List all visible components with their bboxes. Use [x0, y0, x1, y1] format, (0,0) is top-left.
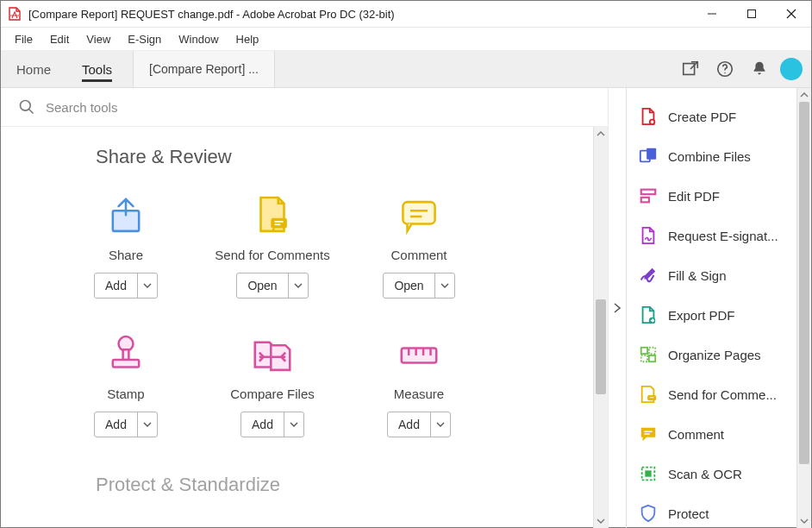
- titlebar: [Compare Report] REQUEST change.pdf - Ad…: [1, 1, 811, 28]
- menubar: File Edit View E-Sign Window Help: [1, 28, 811, 51]
- menu-esign[interactable]: E-Sign: [121, 30, 168, 48]
- menu-view[interactable]: View: [79, 30, 117, 48]
- minimize-button[interactable]: [692, 1, 732, 27]
- rp-send-for-comments[interactable]: Send for Comme...: [627, 374, 796, 414]
- tool-action-split: Add: [240, 412, 304, 437]
- tool-stamp[interactable]: Stamp Add: [53, 324, 199, 448]
- rp-label: Comment: [668, 427, 724, 442]
- export-pdf-icon: [639, 305, 658, 324]
- tool-action[interactable]: Add: [95, 412, 137, 437]
- svg-rect-10: [271, 218, 287, 229]
- svg-line-8: [29, 110, 34, 114]
- fill-sign-icon: [639, 266, 658, 285]
- section-protect-title: Protect & Standardize: [96, 474, 576, 496]
- rightpanel-scrollbar[interactable]: [796, 88, 811, 528]
- tool-action[interactable]: Open: [384, 273, 434, 298]
- scroll-thumb[interactable]: [596, 299, 606, 394]
- tool-comment[interactable]: Comment Open: [346, 185, 492, 309]
- svg-rect-26: [646, 148, 656, 160]
- send-for-comments-icon: [248, 192, 297, 241]
- tool-share[interactable]: Share Add: [53, 185, 199, 309]
- edit-pdf-icon: [639, 186, 658, 205]
- tool-label: Comment: [390, 248, 447, 262]
- tool-action-menu[interactable]: [284, 412, 303, 437]
- menu-edit[interactable]: Edit: [43, 30, 76, 48]
- tool-send-for-comments[interactable]: Send for Comments Open: [199, 185, 346, 309]
- rp-fill-sign[interactable]: Fill & Sign: [627, 255, 796, 295]
- rp-export-pdf[interactable]: Export PDF: [627, 295, 796, 335]
- maximize-button[interactable]: [732, 1, 771, 27]
- right-panel: Create PDF Combine Files Edit PDF Reques…: [626, 88, 811, 528]
- share-link-icon[interactable]: [673, 51, 708, 87]
- scroll-thumb[interactable]: [799, 102, 809, 464]
- tab-home[interactable]: Home: [1, 51, 66, 87]
- help-icon[interactable]: [708, 51, 742, 87]
- panel-toggle[interactable]: [608, 88, 626, 528]
- scroll-up-icon[interactable]: [594, 127, 608, 141]
- tool-action-menu[interactable]: [430, 412, 450, 437]
- tool-action[interactable]: Open: [237, 273, 287, 298]
- tool-label: Share: [109, 248, 143, 262]
- rp-scan-ocr[interactable]: Scan & OCR: [627, 454, 796, 493]
- notifications-icon[interactable]: [742, 51, 777, 87]
- tool-action-split: Add: [94, 412, 158, 437]
- menu-window[interactable]: Window: [172, 30, 225, 48]
- rp-request-esign[interactable]: Request E-signat...: [627, 216, 796, 255]
- tool-action-menu[interactable]: [434, 273, 454, 298]
- search-icon: [18, 98, 35, 116]
- tool-action[interactable]: Add: [241, 412, 284, 437]
- comment-small-icon: [639, 424, 658, 443]
- tool-measure[interactable]: Measure Add: [346, 324, 492, 448]
- svg-rect-18: [113, 360, 139, 367]
- rp-organize-pages[interactable]: Organize Pages: [627, 335, 796, 374]
- rp-label: Organize Pages: [668, 348, 761, 362]
- rp-label: Fill & Sign: [668, 268, 727, 283]
- tool-action-split: Add: [387, 412, 451, 437]
- rp-label: Create PDF: [668, 110, 736, 124]
- scroll-down-icon[interactable]: [797, 514, 811, 528]
- tool-label: Compare Files: [230, 387, 315, 401]
- protect-icon: [639, 504, 658, 523]
- share-icon: [102, 192, 150, 241]
- rp-comment[interactable]: Comment: [627, 414, 796, 454]
- svg-rect-13: [403, 202, 434, 223]
- tool-action-split: Open: [236, 273, 308, 299]
- rp-combine-files[interactable]: Combine Files: [627, 136, 796, 176]
- tool-action[interactable]: Add: [388, 412, 430, 437]
- tool-label: Stamp: [107, 387, 144, 401]
- svg-rect-27: [641, 190, 656, 195]
- svg-rect-4: [684, 64, 695, 75]
- tool-action-menu[interactable]: [288, 273, 308, 298]
- rp-label: Edit PDF: [668, 189, 720, 204]
- scan-ocr-icon: [639, 464, 658, 483]
- rp-protect[interactable]: Protect: [627, 493, 796, 528]
- menu-help[interactable]: Help: [229, 30, 266, 48]
- main-scrollbar[interactable]: [593, 127, 608, 528]
- app-icon: [8, 7, 22, 21]
- tool-compare-files[interactable]: Compare Files Add: [199, 324, 346, 448]
- rp-label: Protect: [668, 506, 709, 521]
- svg-rect-1: [748, 10, 756, 18]
- svg-point-7: [21, 101, 31, 111]
- tool-action[interactable]: Add: [95, 273, 137, 298]
- menu-file[interactable]: File: [8, 30, 40, 48]
- tool-action-menu[interactable]: [137, 273, 157, 298]
- svg-rect-31: [649, 348, 655, 354]
- svg-rect-28: [641, 198, 649, 203]
- rp-label: Send for Comme...: [668, 387, 777, 402]
- account-avatar[interactable]: [780, 58, 803, 80]
- scroll-up-icon[interactable]: [797, 88, 811, 102]
- svg-rect-30: [641, 348, 647, 354]
- tool-action-menu[interactable]: [137, 412, 157, 437]
- search-input[interactable]: [44, 99, 306, 116]
- tab-tools[interactable]: Tools: [66, 51, 128, 87]
- document-tab[interactable]: [Compare Report] ...: [133, 51, 275, 87]
- tool-action-split: Add: [94, 273, 158, 299]
- window-title: [Compare Report] REQUEST change.pdf - Ad…: [28, 8, 692, 21]
- rp-label: Export PDF: [668, 308, 735, 323]
- section-share-review-title: Share & Review: [96, 146, 576, 168]
- rp-edit-pdf[interactable]: Edit PDF: [627, 176, 796, 216]
- scroll-down-icon[interactable]: [594, 514, 608, 528]
- rp-create-pdf[interactable]: Create PDF: [627, 97, 796, 136]
- close-button[interactable]: [771, 1, 811, 27]
